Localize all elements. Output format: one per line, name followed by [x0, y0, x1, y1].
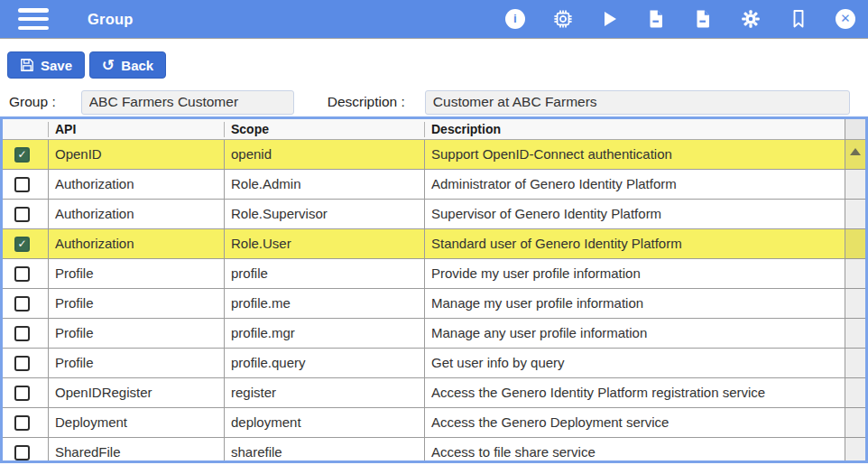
cell-scope[interactable]: profile.mgr — [224, 319, 424, 348]
document-icon[interactable] — [646, 8, 666, 30]
group-window: Group i — [0, 0, 868, 465]
cell-description[interactable]: Provide my user profile information — [424, 259, 865, 288]
scopes-table: API Scope Description ✓OpenIDopenidSuppo… — [0, 116, 868, 463]
row-checkbox-cell — [3, 438, 48, 463]
table-row[interactable]: OpenIDRegisterregisterAccess the Genero … — [3, 378, 865, 408]
cell-description[interactable]: Access the Genero Deployment service — [424, 408, 865, 437]
cell-scope[interactable]: Role.Admin — [224, 170, 424, 199]
settings-gear-icon[interactable] — [740, 8, 762, 30]
cell-description[interactable]: Manage any user profile information — [424, 319, 865, 348]
row-checkbox-unchecked[interactable] — [14, 415, 30, 431]
table-row[interactable]: Profileprofile.mgrManage any user profil… — [3, 319, 865, 349]
table-row[interactable]: Profileprofile.meManage my user profile … — [3, 289, 865, 319]
cell-api[interactable]: Authorization — [48, 200, 224, 228]
row-checkbox-unchecked[interactable] — [14, 296, 30, 312]
cell-api[interactable]: Profile — [48, 289, 224, 318]
cell-scope[interactable]: deployment — [224, 408, 424, 437]
cell-scope[interactable]: Role.Supervisor — [224, 200, 424, 228]
row-checkbox-checked[interactable]: ✓ — [14, 237, 30, 252]
cell-description[interactable]: Access the Genero Identity Platform regi… — [424, 378, 865, 407]
column-header-scope[interactable]: Scope — [224, 122, 424, 137]
vertical-scrollbar[interactable] — [845, 119, 865, 460]
cell-description[interactable]: Administrator of Genero Identity Platfor… — [424, 170, 865, 199]
cell-description[interactable]: Supervisor of Genero Identity Platform — [424, 200, 865, 228]
group-field-label: Group : — [9, 94, 56, 110]
row-checkbox-unchecked[interactable] — [14, 266, 30, 282]
topbar-icon-group: i — [505, 8, 855, 30]
cell-scope[interactable]: openid — [224, 140, 424, 169]
cell-api[interactable]: Authorization — [48, 170, 224, 199]
top-bar: Group i — [0, 0, 868, 38]
back-button[interactable]: ↺ Back — [89, 51, 166, 79]
row-checkbox-cell — [3, 259, 48, 288]
cell-description[interactable]: Get user info by query — [424, 349, 865, 377]
row-checkbox-cell — [3, 289, 48, 318]
row-checkbox-cell — [3, 170, 48, 199]
table-body: ✓OpenIDopenidSupport OpenID-Connect auth… — [3, 140, 865, 463]
cell-description[interactable]: Support OpenID-Connect authentication — [424, 140, 865, 169]
cell-api[interactable]: OpenIDRegister — [48, 378, 224, 407]
table-row[interactable]: ProfileprofileProvide my user profile in… — [3, 259, 865, 289]
row-checkbox-cell — [3, 408, 48, 437]
back-button-label: Back — [121, 58, 153, 73]
document-icon-2[interactable] — [693, 8, 713, 30]
debug-chip-icon[interactable] — [552, 8, 574, 30]
table-row[interactable]: AuthorizationRole.AdminAdministrator of … — [3, 170, 865, 200]
cell-scope[interactable]: Role.User — [224, 229, 424, 258]
save-floppy-icon — [20, 58, 34, 72]
table-row[interactable]: DeploymentdeploymentAccess the Genero De… — [3, 408, 865, 438]
cell-description[interactable]: Manage my user profile information — [424, 289, 865, 318]
cell-scope[interactable]: sharefile — [224, 438, 424, 463]
save-button-label: Save — [41, 58, 72, 73]
cell-api[interactable]: SharedFile — [48, 438, 224, 463]
cell-api[interactable]: Profile — [48, 349, 224, 377]
row-checkbox-cell — [3, 378, 48, 407]
description-field-label: Description : — [328, 94, 405, 110]
cell-description[interactable]: Standard user of Genero Identity Platfor… — [424, 229, 865, 258]
table-row[interactable]: SharedFilesharefileAccess to file share … — [3, 438, 865, 463]
column-header-api[interactable]: API — [48, 122, 224, 137]
cell-description[interactable]: Access to file share service — [424, 438, 865, 463]
row-checkbox-unchecked[interactable] — [14, 386, 30, 401]
row-checkbox-cell: ✓ — [3, 140, 48, 169]
table-row[interactable]: Profileprofile.queryGet user info by que… — [3, 349, 865, 378]
cell-api[interactable]: Authorization — [48, 229, 224, 258]
row-checkbox-unchecked[interactable] — [14, 356, 30, 371]
bookmark-icon[interactable] — [789, 8, 808, 30]
cell-api[interactable]: Profile — [48, 319, 224, 348]
group-form: Group : Description : — [0, 87, 868, 116]
group-name-input[interactable] — [81, 90, 294, 115]
row-checkbox-checked[interactable]: ✓ — [14, 147, 30, 163]
row-checkbox-unchecked[interactable] — [14, 445, 30, 460]
table-row[interactable]: ✓OpenIDopenidSupport OpenID-Connect auth… — [3, 140, 865, 170]
row-checkbox-cell — [3, 349, 48, 377]
run-icon[interactable] — [601, 9, 619, 29]
row-checkbox-cell — [3, 319, 48, 348]
row-checkbox-cell: ✓ — [3, 229, 48, 258]
column-header-checkbox — [3, 122, 48, 137]
row-checkbox-unchecked[interactable] — [14, 326, 30, 341]
back-undo-icon: ↺ — [102, 58, 115, 73]
row-checkbox-unchecked[interactable] — [14, 177, 30, 192]
cell-scope[interactable]: profile.query — [224, 349, 424, 377]
cell-api[interactable]: OpenID — [48, 140, 224, 169]
cell-api[interactable]: Profile — [48, 259, 224, 288]
cell-scope[interactable]: register — [224, 378, 424, 407]
table-row[interactable]: AuthorizationRole.SupervisorSupervisor o… — [3, 200, 865, 229]
column-header-description[interactable]: Description — [424, 122, 865, 137]
row-checkbox-cell — [3, 200, 48, 228]
cell-scope[interactable]: profile — [224, 259, 424, 288]
toolbar: Save ↺ Back — [0, 39, 868, 87]
table-header-row: API Scope Description — [3, 119, 865, 140]
info-icon[interactable]: i — [505, 9, 525, 29]
page-title: Group — [88, 11, 134, 28]
cell-scope[interactable]: profile.me — [224, 289, 424, 318]
description-input[interactable] — [425, 90, 850, 115]
scrollbar-up-icon[interactable] — [850, 148, 861, 155]
close-icon[interactable]: ✕ — [836, 9, 855, 29]
table-row[interactable]: ✓AuthorizationRole.UserStandard user of … — [3, 229, 865, 259]
menu-icon[interactable] — [18, 8, 49, 30]
save-button[interactable]: Save — [7, 51, 85, 79]
row-checkbox-unchecked[interactable] — [14, 207, 30, 222]
cell-api[interactable]: Deployment — [48, 408, 224, 437]
